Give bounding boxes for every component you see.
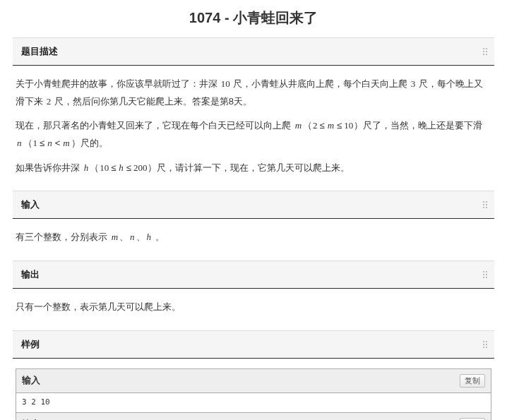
copy-input-button[interactable]: 复制	[460, 374, 485, 388]
section-body-sample: 输入 复制 3 2 10 输出 复制 8	[13, 359, 494, 420]
drag-handle-icon[interactable]	[483, 271, 487, 278]
section-body-input: 有三个整数，分别表示 m、n、h 。	[13, 219, 494, 260]
desc-paragraph: 如果告诉你井深 h（10≤h≤200）尺，请计算一下，现在，它第几天可以爬上来。	[16, 160, 491, 177]
section-body-description: 关于小青蛙爬井的故事，你应该早就听过了：井深 10 尺，小青蛙从井底向上爬，每个…	[13, 66, 494, 191]
desc-paragraph: 现在，那只著名的小青蛙又回来了，它现在每个白天已经可以向上爬 m（2≤m≤10）…	[16, 117, 491, 152]
sample-input-value: 3 2 10	[16, 393, 491, 414]
drag-handle-icon[interactable]	[483, 201, 487, 208]
section-header-description: 题目描述	[13, 37, 494, 66]
sample-output-label: 输出	[22, 416, 40, 420]
sample-input-label: 输入	[22, 372, 40, 390]
math-var: n	[16, 138, 23, 148]
sample-input-header: 输入 复制	[16, 369, 491, 393]
output-paragraph: 只有一个整数，表示第几天可以爬上来。	[16, 299, 491, 316]
section-body-output: 只有一个整数，表示第几天可以爬上来。	[13, 289, 494, 330]
section-header-input: 输入	[13, 191, 494, 219]
desc-paragraph: 关于小青蛙爬井的故事，你应该早就听过了：井深 10 尺，小青蛙从井底向上爬，每个…	[16, 76, 491, 110]
input-paragraph: 有三个整数，分别表示 m、n、h 。	[16, 229, 491, 246]
page-title: 1074 - 小青蛙回来了	[0, 0, 507, 37]
section-header-output: 输出	[13, 260, 494, 289]
drag-handle-icon[interactable]	[483, 341, 487, 348]
section-header-label: 样例	[21, 339, 40, 349]
section-header-label: 输入	[21, 199, 40, 210]
section-header-label: 输出	[21, 269, 40, 280]
sample-box: 输入 复制 3 2 10 输出 复制 8	[16, 368, 491, 420]
drag-handle-icon[interactable]	[483, 48, 487, 55]
math-var: h	[83, 162, 90, 173]
section-header-sample: 样例	[13, 330, 494, 359]
problem-container: 题目描述 关于小青蛙爬井的故事，你应该早就听过了：井深 10 尺，小青蛙从井底向…	[0, 37, 507, 420]
sample-output-header: 输出 复制	[16, 413, 491, 420]
math-var: m	[294, 120, 303, 131]
section-header-label: 题目描述	[21, 46, 58, 56]
